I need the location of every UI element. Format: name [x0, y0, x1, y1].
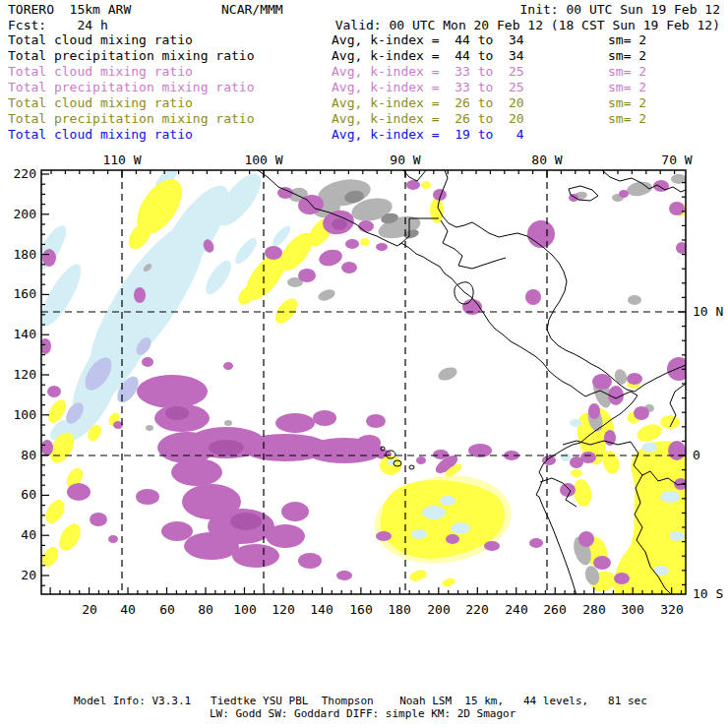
- latitude-label: 10 N: [693, 304, 723, 319]
- contour-region-pu: [593, 556, 611, 570]
- x-grid-label: 80: [198, 602, 213, 617]
- x-grid-label: 160: [349, 602, 372, 617]
- contour-region-gr: [146, 425, 153, 431]
- contour-region-pu: [298, 553, 322, 569]
- contour-region-pu: [345, 239, 359, 249]
- contour-region-pu: [232, 544, 279, 568]
- forecast-map: 110 W100 W90 W80 W70 W220200180160140120…: [0, 0, 728, 728]
- longitude-label: 70 W: [661, 152, 692, 167]
- contour-region-ye: [360, 238, 370, 246]
- contour-region-cy: [561, 454, 571, 461]
- contour-region-pu: [668, 441, 686, 460]
- contour-region-pd: [209, 440, 244, 455]
- contour-region-ye: [271, 294, 301, 327]
- x-grid-label: 220: [465, 602, 488, 617]
- contour-region-pu: [570, 456, 583, 468]
- contour-region-gr: [437, 365, 459, 383]
- contour-region-pu: [614, 573, 630, 584]
- contour-region-cy: [30, 221, 72, 274]
- x-grid-label: 280: [582, 602, 605, 617]
- contour-region-pu: [171, 458, 222, 486]
- x-grid-label: 60: [159, 602, 175, 617]
- contour-region-ye: [55, 520, 86, 555]
- coastline: [458, 258, 506, 269]
- contour-region-pu: [142, 357, 153, 367]
- y-grid-label: 40: [21, 527, 36, 542]
- contour-region-pu: [277, 187, 293, 199]
- longitude-label: 110 W: [102, 152, 141, 167]
- contour-region-pu: [137, 375, 208, 408]
- contour-region-pu: [376, 243, 388, 251]
- contour-region-pu: [446, 534, 459, 544]
- contour-region-cy: [388, 459, 395, 465]
- x-grid-label: 300: [621, 602, 643, 617]
- contour-region-pu: [136, 489, 159, 505]
- contour-region-pu: [527, 220, 555, 248]
- contour-region-pu: [298, 269, 316, 282]
- y-grid-label: 80: [21, 448, 36, 462]
- x-grid-label: 260: [543, 602, 566, 617]
- contour-region-cy: [411, 529, 427, 539]
- contour-region-pu: [484, 541, 500, 551]
- contour-region-ye: [430, 198, 444, 223]
- x-grid-label: 100: [233, 602, 256, 617]
- contour-region-pu: [266, 524, 305, 548]
- contour-region-cy: [641, 443, 657, 453]
- contour-region-pu: [90, 513, 107, 526]
- contour-region-pu: [47, 386, 61, 397]
- contour-region-pu: [275, 413, 315, 433]
- contour-region-gr: [317, 287, 336, 303]
- contour-region-cy: [660, 491, 680, 503]
- model-info-line1: Model Info: V3.3.1 Tiedtke YSU PBL Thomp…: [74, 695, 647, 707]
- x-grid-label: 320: [660, 602, 683, 617]
- longitude-label: 80 W: [531, 152, 562, 167]
- x-grid-label: 40: [120, 602, 136, 617]
- contour-region-cy: [570, 419, 581, 427]
- y-grid-label: 160: [14, 286, 36, 301]
- contour-region-pu: [341, 262, 357, 273]
- y-grid-label: 200: [14, 207, 36, 221]
- contour-region-pu: [416, 456, 426, 464]
- contour-region-pu: [134, 287, 146, 303]
- y-grid-label: 20: [21, 568, 36, 582]
- contour-region-pu: [529, 538, 543, 548]
- contour-region-pu: [223, 362, 233, 370]
- contour-region-pu: [67, 483, 91, 501]
- longitude-label: 100 W: [244, 152, 282, 167]
- contour-region-pu: [366, 414, 386, 428]
- longitude-label: 90 W: [390, 152, 420, 167]
- contour-region-pu: [525, 289, 541, 305]
- contour-region-ye: [441, 576, 456, 588]
- contour-region-pu: [313, 410, 336, 426]
- contour-region-ye: [571, 469, 582, 477]
- contour-region-pd: [332, 218, 347, 230]
- coastline: [409, 465, 414, 469]
- coastline: [443, 243, 462, 266]
- x-grid-label: 140: [310, 602, 333, 617]
- contour-region-gr: [628, 295, 641, 305]
- y-grid-label: 120: [14, 367, 36, 382]
- contour-region-pu: [569, 194, 578, 202]
- contour-region-ye: [635, 421, 664, 445]
- forecast-graphic: { "header": { "model": "TORERO 15km ARW"…: [0, 0, 728, 728]
- contour-region-pu: [669, 202, 685, 215]
- model-info-line2: LW: Godd SW: Goddard DIFF: simple KM: 2D…: [210, 707, 516, 720]
- contour-region-pd: [230, 513, 262, 530]
- contour-region-cy: [231, 235, 260, 268]
- contour-region-cy: [422, 506, 446, 519]
- contour-region-pu: [161, 521, 193, 541]
- contour-region-cy: [669, 531, 685, 541]
- contour-region-pu: [41, 440, 53, 455]
- contour-region-pu: [588, 403, 600, 419]
- y-grid-label: 180: [14, 247, 36, 262]
- y-grid-label: 220: [14, 166, 36, 181]
- x-grid-label: 120: [272, 602, 294, 617]
- contour-region-cy: [440, 496, 455, 506]
- contour-region-gr: [613, 367, 630, 386]
- y-grid-label: 60: [21, 487, 36, 502]
- y-grid-label: 100: [14, 407, 36, 422]
- contour-region-pu: [281, 502, 309, 521]
- contour-region-cy: [451, 522, 470, 534]
- contour-region-pu: [357, 435, 381, 451]
- contour-region-gr: [224, 420, 232, 426]
